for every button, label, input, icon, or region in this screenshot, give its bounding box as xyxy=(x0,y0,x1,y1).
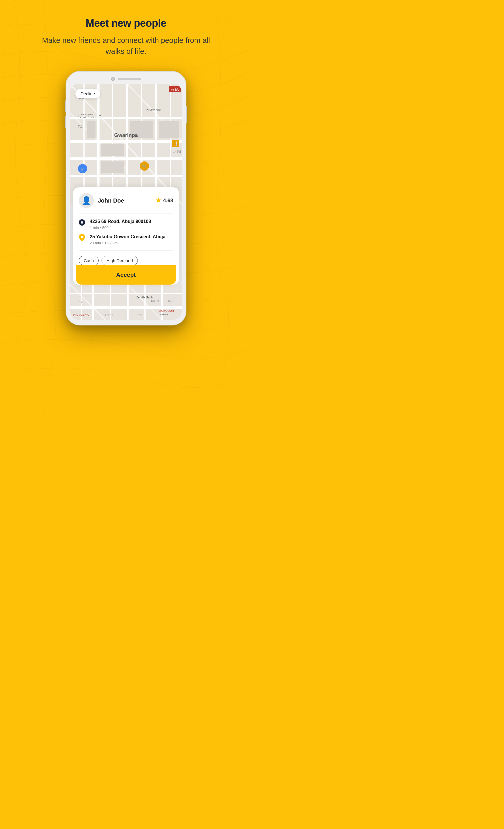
cash-tag: Cash xyxy=(79,256,99,265)
phone-speaker xyxy=(118,78,141,80)
person-icon: 👤 xyxy=(81,196,92,206)
map-top: Gwarinpa Holy Cross Catholic Church ✝ 1s… xyxy=(70,84,182,205)
svg-text:Cit...: Cit... xyxy=(79,301,84,304)
svg-text:🍴: 🍴 xyxy=(173,141,178,146)
front-camera xyxy=(111,77,115,81)
decline-button[interactable]: Decline xyxy=(75,89,100,98)
map-bottom: Cit... EEN CAPITOL 118 Rd 13 Rd 131 Rd B… xyxy=(70,285,182,320)
svg-text:Catholic Church: Catholic Church xyxy=(78,116,96,119)
svg-text:🛏 &A: 🛏 &A xyxy=(171,88,179,91)
svg-text:At Home: At Home xyxy=(159,313,169,316)
pickup-address: 4225 69 Road, Abuja 900108 xyxy=(90,219,173,225)
page-content: Meet new people Make new friends and con… xyxy=(0,0,252,337)
dropoff-text: 25 Yakubu Gowon Crescent, Abuja 20 min •… xyxy=(90,234,173,245)
origin-dot-inner xyxy=(81,221,83,224)
power-button xyxy=(186,106,187,123)
svg-rect-18 xyxy=(159,121,179,138)
svg-rect-17 xyxy=(87,121,96,138)
pickup-meta: 1 min • 500 ft xyxy=(90,226,173,230)
svg-text:🛒: 🛒 xyxy=(80,167,84,171)
high-demand-tag: High Demand xyxy=(102,256,138,265)
svg-text:Holy Cross: Holy Cross xyxy=(80,113,94,116)
volume-down-button xyxy=(65,116,66,128)
page-subheadline: Make new friends and connect with people… xyxy=(40,35,212,57)
svg-rect-15 xyxy=(101,144,124,156)
rider-name: John Doe xyxy=(98,197,124,204)
tags-row: Cash High Demand xyxy=(79,256,173,265)
star-icon: ★ xyxy=(156,197,161,204)
phone-top-bar xyxy=(70,77,182,81)
volume-up-button xyxy=(65,100,66,112)
svg-text:131 Rd: 131 Rd xyxy=(151,299,159,302)
avatar: 👤 xyxy=(79,193,94,208)
accept-button[interactable]: Accept xyxy=(76,265,176,285)
pickup-location: 4225 69 Road, Abuja 900108 1 min • 500 f… xyxy=(79,219,173,230)
svg-text:14 Rd: 14 Rd xyxy=(173,150,181,153)
ride-request-card: 👤 John Doe ★ 4.68 xyxy=(73,187,179,285)
phone-screen: Gwarinpa Holy Cross Catholic Church ✝ 1s… xyxy=(70,84,182,320)
svg-text:B2...: B2... xyxy=(168,299,174,302)
svg-text:Gwarinpa: Gwarinpa xyxy=(114,132,138,138)
svg-text:PA: PA xyxy=(78,124,83,129)
rating-display: ★ 4.68 xyxy=(156,197,173,204)
svg-text:118 Rd: 118 Rd xyxy=(105,314,113,317)
svg-text:🛒: 🛒 xyxy=(142,164,147,169)
page-headline: Meet new people xyxy=(86,17,167,29)
locations-section: 4225 69 Road, Abuja 900108 1 min • 500 f… xyxy=(79,219,173,251)
rating-value: 4.68 xyxy=(163,198,173,204)
svg-text:1st Avenue: 1st Avenue xyxy=(145,108,161,112)
phone-mockup: Gwarinpa Holy Cross Catholic Church ✝ 1s… xyxy=(60,71,192,325)
origin-dot xyxy=(79,219,85,226)
svg-text:SUNCOUR: SUNCOUR xyxy=(159,309,174,313)
svg-text:✝: ✝ xyxy=(98,114,102,118)
dropoff-meta: 20 min • 16.2 km xyxy=(90,241,173,245)
dropoff-location: 25 Yakubu Gowon Crescent, Abuja 20 min •… xyxy=(79,234,173,245)
svg-text:EEN CAPITOL: EEN CAPITOL xyxy=(73,314,90,317)
dropoff-address: 25 Yakubu Gowon Crescent, Abuja xyxy=(90,234,173,240)
pickup-text: 4225 69 Road, Abuja 900108 1 min • 500 f… xyxy=(90,219,173,230)
destination-pin xyxy=(79,235,85,241)
svg-text:13 Rd: 13 Rd xyxy=(136,314,143,317)
svg-rect-19 xyxy=(101,161,124,173)
rider-info-row: 👤 John Doe ★ 4.68 xyxy=(79,193,173,214)
svg-point-37 xyxy=(81,236,83,238)
svg-text:Zenith Bank: Zenith Bank xyxy=(136,296,153,299)
phone-frame: Gwarinpa Holy Cross Catholic Church ✝ 1s… xyxy=(66,71,186,325)
rider-left: 👤 John Doe xyxy=(79,193,124,208)
